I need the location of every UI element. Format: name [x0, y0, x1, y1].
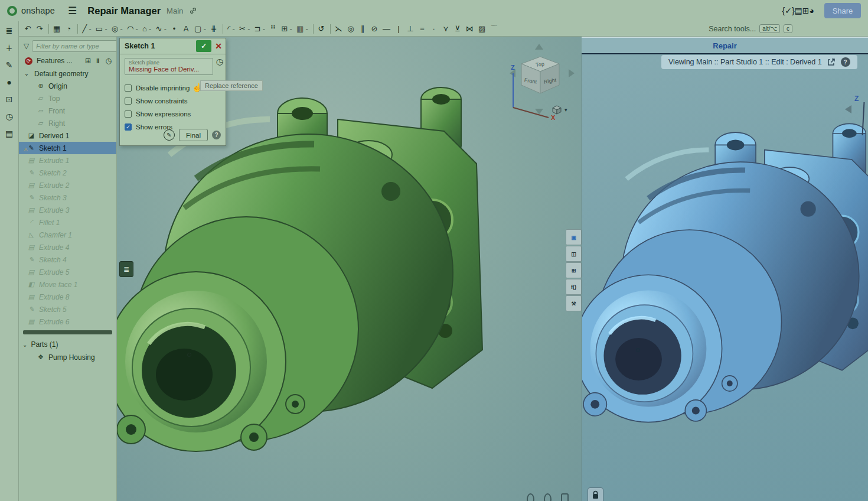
- vertical-constraint-icon[interactable]: |: [393, 22, 405, 35]
- pattern-tool-icon[interactable]: ⊞ ⌄: [279, 22, 295, 35]
- onshape-logo[interactable]: onshape: [7, 6, 55, 16]
- undo-icon[interactable]: ↶: [22, 22, 34, 35]
- offset-tool-icon[interactable]: ⊐ ⌄: [253, 22, 268, 35]
- view-cube[interactable]: Top Front Right Z X: [504, 39, 580, 122]
- cancel-button[interactable]: ✕: [215, 41, 222, 51]
- sketch-copy-icon[interactable]: ▦: [51, 22, 63, 35]
- polygon-tool-icon[interactable]: ⌂ ⌄: [141, 22, 154, 35]
- fillet-tool-icon[interactable]: ◜ ⌄: [226, 22, 237, 35]
- bottom-view-tools-partial[interactable]: [527, 493, 569, 501]
- parallel-constraint-icon[interactable]: ∥: [357, 22, 369, 35]
- dimension-tool-icon[interactable]: ⠛: [267, 22, 279, 35]
- compare-assembly-icon[interactable]: ▣: [566, 229, 582, 245]
- text-tool-icon[interactable]: A: [181, 22, 192, 35]
- history-icon[interactable]: ◷: [5, 112, 12, 121]
- midpoint-constraint-icon[interactable]: ∙: [429, 22, 440, 35]
- spline-tool-icon[interactable]: ∿ ⌄: [154, 22, 169, 35]
- final-button[interactable]: Final: [179, 129, 208, 141]
- search-tools[interactable]: Search tools... alt/⌥ c: [709, 24, 792, 33]
- feature-tree-item[interactable]: ⚠ ✎ Sketch 3: [19, 191, 116, 204]
- workspace-name[interactable]: Main: [167, 6, 183, 15]
- equal-constraint-icon[interactable]: =: [417, 22, 429, 35]
- feature-tree-item[interactable]: ⚠ ▱ Right: [19, 117, 116, 129]
- open-external-icon[interactable]: [827, 58, 836, 66]
- feature-tree-item[interactable]: ⚠ ✎ Sketch 4: [19, 253, 116, 266]
- concentric-constraint-icon[interactable]: ◎: [345, 22, 357, 35]
- sketch-origin-point[interactable]: [187, 353, 191, 357]
- feature-tree-item[interactable]: ⚠ ◧ Move face 1: [19, 278, 116, 291]
- feature-tree-item[interactable]: ⚠ ▤ Extrude 2: [19, 179, 116, 191]
- pierce-constraint-icon[interactable]: ⊻: [452, 22, 464, 35]
- repair-tools-icon[interactable]: ⚒: [566, 295, 582, 311]
- perpendicular-constraint-icon[interactable]: ⊥: [405, 22, 417, 35]
- viewport-divider[interactable]: [582, 37, 582, 501]
- divider[interactable]: [48, 24, 49, 34]
- bom-table-icon[interactable]: ▤: [795, 6, 802, 15]
- confirm-button[interactable]: ✓: [196, 40, 211, 52]
- point-tool-icon[interactable]: •: [169, 22, 181, 35]
- horizontal-constraint-icon[interactable]: —: [381, 22, 393, 35]
- parts-section-header[interactable]: ⌄ Parts (1): [19, 338, 116, 351]
- feature-tree-item[interactable]: ⚠ ▤ Extrude 4: [19, 241, 116, 253]
- curvature-constraint-icon[interactable]: ⌒: [488, 22, 501, 35]
- repair-3d-viewport[interactable]: [582, 37, 868, 501]
- share-button[interactable]: Share: [824, 3, 861, 18]
- rollback-bar[interactable]: [23, 330, 112, 334]
- feature-tree-item[interactable]: ⚠ ▤ Extrude 6: [19, 315, 116, 328]
- line-tool-icon[interactable]: ╱ ⌄: [80, 22, 94, 35]
- rotate-left-arrow-icon[interactable]: [845, 105, 851, 113]
- dialog-checkbox[interactable]: ✓ Show expressions: [125, 109, 221, 119]
- feature-tree-item[interactable]: ⚠ ✎ Sketch 2: [19, 167, 116, 179]
- divider[interactable]: [223, 24, 223, 34]
- feature-tree-item[interactable]: ⚠ ▤ Extrude 1: [19, 154, 116, 167]
- filter-input[interactable]: [32, 40, 117, 52]
- main-menu-icon[interactable]: ☰: [68, 5, 77, 17]
- help-icon[interactable]: ?: [841, 57, 850, 67]
- collapsed-dialog-list-toggle[interactable]: ≣: [119, 261, 133, 277]
- divider[interactable]: [313, 24, 314, 34]
- compare-pattern-icon[interactable]: ⊞: [566, 262, 582, 278]
- view-options-dropdown[interactable]: ▾: [552, 105, 567, 115]
- feature-tree-item[interactable]: ⚠ ▱ Top: [19, 92, 116, 105]
- comment-icon[interactable]: ●: [6, 77, 11, 87]
- history-clock-icon[interactable]: ◷: [216, 57, 223, 66]
- sketch-tools-icon[interactable]: ✎: [164, 129, 175, 141]
- bom-panel-icon[interactable]: ▤: [5, 129, 13, 138]
- redo-icon[interactable]: ↷: [34, 22, 46, 35]
- feature-script-check-icon[interactable]: {✓}: [782, 6, 794, 15]
- inspect-icon[interactable]: ◔: [63, 22, 75, 35]
- mirror-tool-icon[interactable]: ⋕: [208, 22, 220, 35]
- compare-section-icon[interactable]: ◫: [566, 246, 582, 262]
- feature-tree-item[interactable]: ⚠ ✎ Sketch 1: [19, 142, 116, 154]
- appearance-icon[interactable]: ✎: [6, 60, 13, 70]
- divider[interactable]: [77, 24, 78, 34]
- arc-tool-icon[interactable]: ◠ ⌄: [125, 22, 141, 35]
- trim-tool-icon[interactable]: ✂ ⌄: [237, 22, 253, 35]
- view-lock-icon[interactable]: [588, 487, 603, 501]
- pump-housing-model-blue[interactable]: [582, 87, 868, 445]
- symmetry-constraint-icon[interactable]: ⋈: [464, 22, 477, 35]
- compare-featurescript-icon[interactable]: f(): [566, 279, 582, 295]
- rotate-sketch-icon[interactable]: ↺: [316, 22, 328, 35]
- apps-grid-icon[interactable]: ⊞: [802, 6, 810, 15]
- fix-constraint-icon[interactable]: ▨: [477, 22, 488, 35]
- help-orb-icon[interactable]: ◕: [810, 6, 814, 15]
- feature-tree-item[interactable]: ⚠ ▤ Extrude 3: [19, 204, 116, 216]
- feature-tree-item[interactable]: ⚠ ⌄ Default geometry: [19, 67, 116, 80]
- rectangle-tool-icon[interactable]: ▭ ⌄: [94, 22, 110, 35]
- feature-tree-item[interactable]: ⚠ ▤ Extrude 5: [19, 266, 116, 278]
- feature-tree-item[interactable]: ⚠ ▱ Front: [19, 105, 116, 117]
- new-folder-icon[interactable]: ⊞: [85, 57, 91, 65]
- export-dxf-icon[interactable]: ▥ ⌄: [295, 22, 311, 35]
- sketch-plane-field[interactable]: Sketch plane Missing Face of Deriv...: [125, 58, 213, 75]
- link-icon[interactable]: [189, 6, 197, 15]
- part-list-item[interactable]: ❖ Pump Housing: [19, 351, 116, 363]
- normal-constraint-icon[interactable]: ⋎: [440, 22, 452, 35]
- tangent-constraint-icon[interactable]: ⊘: [369, 22, 381, 35]
- dialog-checkbox[interactable]: ✓ Show constraints: [125, 96, 221, 106]
- circle-tool-icon[interactable]: ◎ ⌄: [110, 22, 125, 35]
- feature-tree-item[interactable]: ⚠ ✎ Sketch 5: [19, 303, 116, 315]
- tab-repair[interactable]: Repair: [713, 41, 736, 50]
- sketch-origin-point[interactable]: [636, 348, 640, 352]
- feature-tree-item[interactable]: ⚠ ◺ Chamfer 1: [19, 229, 116, 241]
